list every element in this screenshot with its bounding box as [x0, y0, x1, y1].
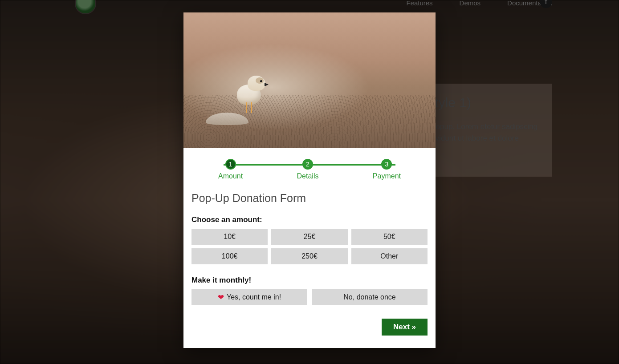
monthly-section-label: Make it monthly! [191, 276, 428, 285]
amount-25[interactable]: 25€ [271, 229, 347, 245]
step-label-payment: Payment [373, 172, 401, 180]
step-dot-2: 2 [302, 159, 313, 170]
step-dot-3: 3 [381, 159, 392, 170]
monthly-yes-label: Yes, count me in! [227, 293, 281, 301]
step-label-amount: Amount [218, 172, 243, 180]
step-details[interactable]: 2 Details [297, 159, 319, 180]
heart-icon: ❤ [218, 294, 224, 301]
modal-hero-image [183, 12, 436, 148]
bird-chick-illustration [232, 75, 267, 115]
monthly-no-button[interactable]: No, donate once [312, 289, 428, 305]
amount-section-label: Choose an amount: [191, 215, 428, 224]
step-dot-1: 1 [225, 159, 236, 170]
amount-10[interactable]: 10€ [191, 229, 268, 245]
amount-other[interactable]: Other [351, 248, 428, 264]
amount-50[interactable]: 50€ [351, 229, 428, 245]
monthly-options: ❤ Yes, count me in! No, donate once [191, 289, 428, 305]
form-title: Pop-Up Donation Form [191, 192, 428, 205]
amount-100[interactable]: 100€ [191, 248, 268, 264]
step-payment[interactable]: 3 Payment [373, 159, 401, 180]
step-amount[interactable]: 1 Amount [218, 159, 243, 180]
amount-250[interactable]: 250€ [271, 248, 347, 264]
step-label-details: Details [297, 172, 319, 180]
amount-options: 10€ 25€ 50€ 100€ 250€ Other [191, 229, 428, 264]
monthly-yes-button[interactable]: ❤ Yes, count me in! [191, 289, 307, 305]
progress-stepper: 1 Amount 2 Details 3 Payment [218, 159, 401, 180]
next-button[interactable]: Next » [382, 319, 428, 336]
donation-modal: 1 Amount 2 Details 3 Payment Pop-Up Dona… [183, 12, 436, 348]
